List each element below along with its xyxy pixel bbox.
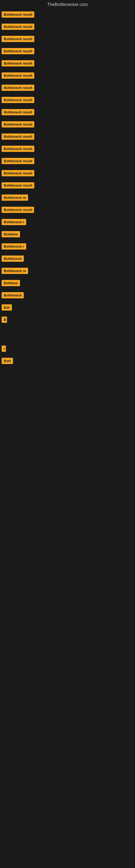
- bottleneck-result-label: Bottleneck result: [2, 182, 34, 188]
- list-item: Bottleneck result: [2, 207, 135, 214]
- list-item: Bottleneck result: [2, 97, 135, 104]
- list-item: Bottleneck re: [2, 194, 135, 202]
- list-item: Bottleneck result: [2, 85, 135, 92]
- bottleneck-result-label: Bott: [2, 358, 13, 364]
- bottleneck-result-label: Bottleneck result: [2, 170, 34, 176]
- bottleneck-result-label: Bottleneck result: [2, 85, 34, 91]
- bottleneck-result-label: Bottleneck result: [2, 158, 34, 164]
- list-item: Bottleneck result: [2, 24, 135, 31]
- bottleneck-result-label: Bottlene: [2, 280, 20, 286]
- list-item: Bottleneck result: [2, 121, 135, 129]
- bottleneck-result-label: Bottleneck: [2, 292, 24, 299]
- bottleneck-result-label: Bottleneck result: [2, 109, 34, 115]
- bottleneck-result-label: Bottleneck result: [2, 97, 34, 103]
- list-item: Bottleneck r: [2, 219, 135, 226]
- bottleneck-result-label: Bottleneck result: [2, 121, 34, 127]
- list-item: B: [2, 316, 135, 324]
- bottleneck-result-label: Bottleneck result: [2, 60, 34, 66]
- bottleneck-result-label: Bottleneck r: [2, 219, 26, 225]
- spacer-item: [1, 329, 135, 346]
- list-item: Bottleneck result: [2, 170, 135, 177]
- list-item: Bottleneck: [2, 255, 135, 263]
- list-item: Bottleneck result: [2, 158, 135, 165]
- list-item: Bottleneck result: [2, 72, 135, 80]
- bottleneck-result-label: Bottleneck result: [2, 133, 34, 140]
- list-item: Bottleneck result: [2, 182, 135, 190]
- list-item: Bottleneck result: [2, 109, 135, 116]
- bottleneck-result-label: B: [2, 316, 7, 323]
- list-item: Bottleneck result: [2, 133, 135, 141]
- list-item: Bottleneck: [2, 292, 135, 300]
- bottleneck-result-label: Bot: [2, 304, 12, 311]
- bottleneck-result-label: r: [2, 346, 6, 352]
- list-item: Bottleneck re: [2, 268, 135, 275]
- list-item: Bottleneck result: [2, 60, 135, 67]
- list-item: Bottleneck result: [2, 48, 135, 55]
- list-item: Bottleneck result: [2, 36, 135, 43]
- list-item: Bottleneck result: [2, 146, 135, 153]
- list-item: Bot: [2, 304, 135, 312]
- bottleneck-result-label: Bottlene: [2, 231, 20, 237]
- bottleneck-result-label: Bottleneck result: [2, 146, 34, 152]
- bottleneck-result-label: Bottleneck result: [2, 72, 34, 79]
- bottleneck-result-label: Bottleneck result: [2, 11, 34, 18]
- list-item: Bottleneck r: [2, 243, 135, 251]
- content-area: Bottleneck resultBottleneck resultBottle…: [0, 10, 135, 365]
- site-title: TheBottlenecker.com: [0, 0, 135, 10]
- bottleneck-result-label: Bottleneck result: [2, 207, 34, 213]
- bottleneck-result-label: Bottleneck re: [2, 194, 28, 201]
- bottleneck-result-label: Bottleneck r: [2, 243, 26, 250]
- list-item: Bottlene: [2, 280, 135, 287]
- bottleneck-result-label: Bottleneck re: [2, 268, 28, 274]
- bottleneck-result-label: Bottleneck: [2, 255, 24, 262]
- bottleneck-result-label: Bottleneck result: [2, 36, 34, 42]
- list-item: Bottleneck result: [2, 11, 135, 19]
- list-item: Bottlene: [2, 231, 135, 239]
- list-item: Bott: [2, 358, 135, 365]
- site-header: TheBottlenecker.com: [0, 0, 135, 10]
- list-item: r: [2, 346, 135, 353]
- bottleneck-result-label: Bottleneck result: [2, 24, 34, 30]
- bottleneck-result-label: Bottleneck result: [2, 48, 34, 54]
